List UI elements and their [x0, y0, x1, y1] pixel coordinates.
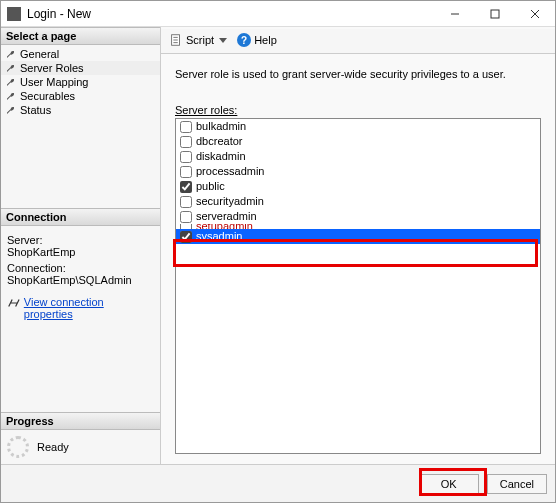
select-page-header: Select a page [1, 27, 160, 45]
server-label: Server: [7, 234, 154, 246]
progress-row: Ready [1, 430, 160, 464]
role-label: processadmin [196, 164, 264, 179]
chevron-down-icon [219, 38, 227, 43]
role-item-bulkadmin[interactable]: bulkadmin [176, 119, 540, 134]
minimize-button[interactable] [435, 2, 475, 26]
connection-icon [7, 297, 21, 309]
page-label: User Mapping [20, 76, 88, 88]
progress-header: Progress [1, 412, 160, 430]
wrench-icon [5, 63, 16, 74]
server-roles-listbox[interactable]: bulkadmin dbcreator diskadmin processadm… [175, 118, 541, 454]
window-title: Login - New [27, 7, 435, 21]
svg-rect-1 [491, 10, 499, 18]
page-label: Status [20, 104, 51, 116]
role-item-dbcreator[interactable]: dbcreator [176, 134, 540, 149]
progress-status: Ready [37, 441, 69, 453]
connection-value: ShopKartEmp\SQLAdmin [7, 274, 154, 286]
help-button[interactable]: ? Help [237, 33, 277, 47]
left-pane: Select a page General Server Roles User … [1, 27, 161, 464]
connection-label: Connection: [7, 262, 154, 274]
toolbar: Script ? Help [161, 29, 555, 54]
page-list: General Server Roles User Mapping Secura… [1, 45, 160, 119]
connection-block: Server: ShopKartEmp Connection: ShopKart… [1, 226, 160, 292]
role-label: securityadmin [196, 194, 264, 209]
page-item-user-mapping[interactable]: User Mapping [1, 75, 160, 89]
maximize-button[interactable] [475, 2, 515, 26]
role-checkbox[interactable] [180, 136, 192, 148]
cancel-button[interactable]: Cancel [487, 474, 547, 494]
role-checkbox[interactable] [180, 181, 192, 193]
role-item-sysadmin[interactable]: sysadmin [176, 229, 540, 244]
page-item-securables[interactable]: Securables [1, 89, 160, 103]
ok-button[interactable]: OK [419, 474, 479, 494]
role-item-diskadmin[interactable]: diskadmin [176, 149, 540, 164]
role-label: sysadmin [196, 229, 242, 244]
page-label: Server Roles [20, 62, 84, 74]
connection-header: Connection [1, 208, 160, 226]
page-label: Securables [20, 90, 75, 102]
wrench-icon [5, 105, 16, 116]
app-icon [7, 7, 21, 21]
view-connection-properties-link[interactable]: View connection properties [24, 296, 154, 320]
titlebar: Login - New [1, 1, 555, 27]
page-item-general[interactable]: General [1, 47, 160, 61]
page-label: General [20, 48, 59, 60]
role-checkbox[interactable] [180, 224, 192, 229]
role-checkbox[interactable] [180, 121, 192, 133]
description-text: Server role is used to grant server-wide… [175, 68, 541, 80]
role-label: serveradmin [196, 209, 257, 224]
role-label: public [196, 179, 225, 194]
progress-spinner-icon [7, 436, 29, 458]
role-label: diskadmin [196, 149, 246, 164]
footer: OK Cancel [1, 464, 555, 502]
role-item-securityadmin[interactable]: securityadmin [176, 194, 540, 209]
server-roles-label: Server roles: [175, 104, 541, 116]
role-checkbox[interactable] [180, 166, 192, 178]
server-value: ShopKartEmp [7, 246, 154, 258]
script-icon [169, 33, 183, 47]
wrench-icon [5, 91, 16, 102]
role-checkbox[interactable] [180, 196, 192, 208]
wrench-icon [5, 49, 16, 60]
page-item-server-roles[interactable]: Server Roles [1, 61, 160, 75]
help-icon: ? [237, 33, 251, 47]
script-button[interactable]: Script [169, 33, 227, 47]
role-label: bulkadmin [196, 119, 246, 134]
page-item-status[interactable]: Status [1, 103, 160, 117]
role-checkbox[interactable] [180, 151, 192, 163]
role-item-processadmin[interactable]: processadmin [176, 164, 540, 179]
role-label: dbcreator [196, 134, 242, 149]
role-item-public[interactable]: public [176, 179, 540, 194]
role-item-serveradmin[interactable]: serveradmin [176, 209, 540, 224]
role-checkbox[interactable] [180, 231, 192, 243]
close-button[interactable] [515, 2, 555, 26]
wrench-icon [5, 77, 16, 88]
right-pane: Script ? Help Server role is used to gra… [161, 27, 555, 464]
role-checkbox[interactable] [180, 211, 192, 223]
help-label: Help [254, 34, 277, 46]
script-label: Script [186, 34, 214, 46]
